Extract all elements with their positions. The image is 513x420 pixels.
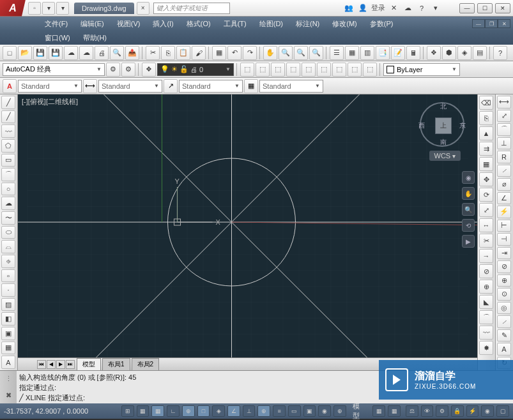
layer-state-icon[interactable]: ⬢ [442, 46, 456, 60]
save-icon[interactable]: 💾 [33, 46, 47, 60]
search-input[interactable]: 键入关键字或短语 [153, 3, 230, 14]
help-toolbar-icon[interactable]: ? [493, 46, 507, 60]
erase-icon[interactable]: ⌫ [479, 96, 493, 110]
join-icon[interactable]: ⊕ [479, 280, 493, 294]
region-icon[interactable]: ▣ [1, 327, 15, 340]
dim-angular-icon[interactable]: ∠ [497, 192, 511, 205]
viewcube-west[interactable]: 西 [418, 121, 425, 130]
tab-model[interactable]: 模型 [77, 358, 101, 370]
tab-next-icon[interactable]: ▶ [56, 360, 65, 369]
menu-tools[interactable]: 工具(T) [217, 19, 253, 29]
dropdown-icon[interactable]: ▾ [430, 3, 441, 14]
mdi-minimize-button[interactable]: — [472, 19, 485, 28]
grid-icon[interactable]: ▦ [151, 405, 164, 417]
coordinates-display[interactable]: -31.7537, 42.9007 , 0.0000 [4, 407, 119, 415]
menu-draw[interactable]: 绘图(D) [253, 19, 289, 29]
menu-file[interactable]: 文件(F) [38, 19, 74, 29]
qat-save-icon[interactable]: ▾ [56, 2, 69, 15]
dim-ordinate-icon[interactable]: ⊥ [497, 137, 511, 150]
matchprop-icon[interactable]: 🖌 [192, 46, 206, 60]
insert-icon[interactable]: ⎆ [1, 255, 15, 268]
otrack-icon[interactable]: ∠ [227, 405, 240, 417]
plot-icon[interactable]: 🖨 [95, 46, 109, 60]
zoomprev-icon[interactable]: 🔍 [294, 46, 308, 60]
polyline-icon[interactable]: 〰 [1, 124, 15, 138]
ortho-icon[interactable]: ∟ [167, 405, 180, 417]
menu-modify[interactable]: 修改(M) [326, 19, 364, 29]
ducs-icon[interactable]: ⊥ [243, 405, 256, 417]
break-icon[interactable]: ⊘ [479, 264, 493, 278]
cut-icon[interactable]: ✂ [146, 46, 160, 60]
extend-icon[interactable]: → [479, 249, 493, 263]
polar-icon[interactable]: ⊕ [182, 405, 195, 417]
user-icon[interactable]: 👤 [357, 3, 369, 14]
layer-iso-icon[interactable]: ◈ [457, 46, 471, 60]
chamfer-icon[interactable]: ◣ [479, 295, 493, 309]
layer-unlock-icon[interactable]: ⬚ [363, 63, 377, 77]
minimize-button[interactable]: — [459, 3, 475, 13]
xline-icon[interactable]: ╱ [1, 110, 15, 124]
layer-manager-icon[interactable]: ❖ [427, 46, 441, 60]
menu-parametric[interactable]: 参数(P) [364, 19, 400, 29]
dim-baseline-icon[interactable]: ⊢ [497, 220, 511, 232]
annovis-icon[interactable]: 👁 [421, 405, 434, 417]
copy-obj-icon[interactable]: ⎘ [479, 111, 493, 125]
dim-arc-icon[interactable]: ⌒ [497, 123, 511, 136]
menu-help[interactable]: 帮助(H) [77, 33, 113, 43]
tab-layout2[interactable]: 布局2 [132, 358, 160, 370]
viewcube-south[interactable]: 南 [440, 138, 447, 147]
dimstyle-combo[interactable]: Standard▼ [98, 80, 162, 93]
menu-dimension[interactable]: 标注(N) [289, 19, 326, 29]
dim-continue-icon[interactable]: ⊣ [497, 233, 511, 246]
trim-icon[interactable]: ✂ [479, 234, 493, 248]
cloud-save-icon[interactable]: ☁ [79, 46, 93, 60]
drawing-canvas[interactable]: [-][俯视][二维线框] X Y [18, 94, 477, 370]
close-button[interactable]: ✕ [495, 3, 510, 13]
menu-window[interactable]: 窗口(W) [38, 33, 77, 43]
saveas-icon[interactable]: 💾 [49, 46, 63, 60]
pan-nav-icon[interactable]: ✋ [462, 187, 475, 200]
viewcube-east[interactable]: 东 [459, 121, 466, 130]
circle-icon[interactable]: ○ [1, 183, 15, 196]
tpy-icon[interactable]: ▭ [288, 405, 301, 417]
mirror-icon[interactable]: ▲ [479, 126, 493, 140]
qp-icon[interactable]: ▣ [303, 405, 316, 417]
menu-insert[interactable]: 插入(I) [146, 19, 180, 29]
qat-open-icon[interactable]: ▾ [42, 2, 55, 15]
showmotion-icon[interactable]: ▶ [462, 235, 475, 248]
mdi-close-button[interactable]: ✕ [498, 19, 510, 28]
viewcube[interactable]: 上 北 南 东 西 [420, 102, 464, 147]
mtext-icon[interactable]: A [1, 356, 15, 369]
layer-match-icon[interactable]: ⬚ [271, 63, 285, 77]
layer-combo[interactable]: 💡 ☀ 🔓 🖨 0 ▼ [157, 63, 234, 76]
stretch-icon[interactable]: ↔ [479, 218, 493, 232]
point-icon[interactable]: · [1, 283, 15, 297]
preview-icon[interactable]: 🔍 [110, 46, 124, 60]
menu-format[interactable]: 格式(O) [180, 19, 217, 29]
maximize-button[interactable]: ☐ [477, 3, 493, 13]
color-combo[interactable]: ByLayer ▼ [383, 63, 460, 76]
layer-lock-icon[interactable]: ⬚ [348, 63, 362, 77]
dim-linear-icon[interactable]: ⟷ [497, 96, 511, 109]
tolerance-icon[interactable]: ⊕ [497, 274, 511, 287]
tablestyle-icon[interactable]: ▦ [244, 79, 258, 93]
ellipse-icon[interactable]: ⬭ [1, 226, 15, 239]
offset-icon[interactable]: ⇉ [479, 142, 493, 156]
3dosnap-icon[interactable]: ◈ [212, 405, 225, 417]
help-icon[interactable]: ? [416, 3, 427, 14]
dim-break-icon[interactable]: ⊘ [497, 260, 511, 273]
markup-icon[interactable]: 📝 [391, 46, 405, 60]
zoom-icon[interactable]: 🔍 [279, 46, 293, 60]
polygon-icon[interactable]: ⬠ [1, 139, 15, 153]
table-icon[interactable]: ▦ [1, 341, 15, 355]
joglinear-icon[interactable]: ⟋ [497, 315, 511, 328]
quickcalc-icon[interactable]: 🖩 [406, 46, 420, 60]
scale-icon[interactable]: ⤢ [479, 203, 493, 217]
layer-prev-icon[interactable]: ⬚ [240, 63, 254, 77]
line-icon[interactable]: ╱ [1, 96, 15, 109]
infocenter-icon[interactable]: 👥 [343, 3, 355, 14]
workspace-settings-icon[interactable]: ⚙ [121, 63, 135, 77]
tab-last-icon[interactable]: ⏭ [66, 360, 75, 369]
dimstyle-icon[interactable]: ⟷ [83, 79, 97, 93]
revcloud-icon[interactable]: ☁ [1, 197, 15, 210]
